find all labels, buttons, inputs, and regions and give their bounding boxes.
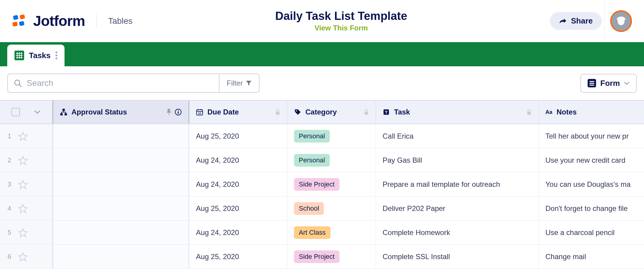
cell-category[interactable]: Side Project [287,245,376,268]
column-select [0,101,52,124]
cell-notes[interactable]: Change mail [539,245,644,268]
cell-notes[interactable]: Tell her about your new pr [539,124,644,148]
hierarchy-icon [60,108,67,116]
cell-due-date[interactable]: Aug 25, 2020 [189,245,287,268]
cell-approval[interactable] [52,172,189,196]
cell-task[interactable]: Prepare a mail template for outreach [376,172,539,196]
category-pill: Side Project [294,178,339,191]
row-number: 5 [7,229,12,237]
tab-menu-icon[interactable] [55,52,57,59]
form-view-button[interactable]: Form [580,74,637,93]
tabs-bar: Tasks [0,42,644,66]
search-icon [14,79,22,87]
grid-icon [14,51,24,60]
product-name: Tables [108,16,133,26]
cell-notes[interactable]: Use a charcoal pencil [539,221,644,244]
column-approval-status[interactable]: Approval Status [52,101,189,124]
svg-rect-17 [178,111,179,114]
select-all-checkbox[interactable] [11,108,20,116]
share-button[interactable]: Share [550,12,602,30]
cell-due-date[interactable]: Aug 24, 2020 [189,148,287,172]
cell-due-date[interactable]: Aug 24, 2020 [189,172,287,196]
svg-point-24 [296,110,297,111]
avatar-icon [614,14,629,29]
column-notes[interactable]: Aa Notes [539,101,644,124]
chevron-down-icon[interactable] [34,110,41,114]
svg-point-16 [178,110,179,111]
cell-notes[interactable]: Use your new credit card [539,148,644,172]
table-row[interactable]: 6Aug 25, 2020Side ProjectComplete SSL In… [0,245,644,269]
tab-tasks[interactable]: Tasks [7,45,65,66]
cell-category[interactable]: Art Class [287,221,376,244]
filter-button[interactable]: Filter [219,74,259,92]
star-icon[interactable] [18,252,28,262]
cell-due-date[interactable]: Aug 25, 2020 [189,196,287,220]
divider [96,14,97,28]
svg-rect-13 [60,113,63,115]
header: Jotform Tables Daily Task List Template … [0,0,644,42]
cell-task[interactable]: Call Erica [376,124,539,148]
column-category[interactable]: Category [287,101,376,124]
cell-task[interactable]: Deliver P202 Paper [376,196,539,220]
table-body: 1Aug 25, 2020PersonalCall EricaTell her … [0,124,644,269]
avatar[interactable] [610,10,632,32]
share-label: Share [571,16,593,26]
table-row[interactable]: 2Aug 24, 2020PersonalPay Gas BillUse you… [0,148,644,172]
cell-approval[interactable] [52,148,189,172]
lock-icon [275,109,280,115]
category-pill: Personal [294,130,330,143]
column-task[interactable]: T Task [376,101,539,124]
table-row[interactable]: 3Aug 24, 2020Side ProjectPrepare a mail … [0,172,644,196]
cell-category[interactable]: School [287,196,376,220]
cell-task[interactable]: Complete Homework [376,221,539,244]
star-icon[interactable] [18,131,28,141]
svg-rect-23 [276,112,279,115]
cell-approval[interactable] [52,124,189,148]
filter-label: Filter [227,79,243,87]
row-select: 3 [0,172,52,196]
table: Approval Status 10 Due Date Category T T… [0,100,644,269]
table-row[interactable]: 4Aug 25, 2020SchoolDeliver P202 PaperDon… [0,196,644,221]
table-row[interactable]: 1Aug 25, 2020PersonalCall EricaTell her … [0,124,644,148]
star-icon[interactable] [18,228,28,237]
search-input[interactable] [27,78,213,88]
page-title: Daily Task List Template [133,10,550,23]
filter-icon [246,80,252,86]
star-icon[interactable] [18,180,28,189]
cell-approval[interactable] [52,245,189,268]
view-form-link[interactable]: View This Form [314,24,368,32]
svg-rect-28 [527,112,531,115]
cell-category[interactable]: Personal [287,148,376,172]
row-select: 5 [0,221,52,244]
cell-due-date[interactable]: Aug 25, 2020 [189,124,287,148]
svg-rect-14 [65,113,67,115]
svg-rect-12 [62,109,65,111]
cell-task[interactable]: Pay Gas Bill [376,148,539,172]
row-number: 3 [7,180,12,188]
text-icon: T [383,108,390,116]
column-label: Task [394,108,410,116]
column-label: Approval Status [71,108,127,116]
lock-icon [364,109,369,115]
column-label: Notes [557,108,577,116]
column-label: Due Date [207,108,239,116]
cell-notes[interactable]: Don't forget to change file [539,196,644,220]
cell-approval[interactable] [52,196,189,220]
column-label: Category [305,108,337,116]
cell-approval[interactable] [52,221,189,244]
info-icon [175,108,182,116]
search-box [8,74,219,92]
column-due-date[interactable]: 10 Due Date [189,101,287,124]
cell-category[interactable]: Side Project [287,172,376,196]
cell-due-date[interactable]: Aug 24, 2020 [189,221,287,244]
table-row[interactable]: 5Aug 24, 2020Art ClassComplete HomeworkU… [0,221,644,245]
text-type-icon: Aa [545,109,552,115]
lock-icon [526,109,532,115]
star-icon[interactable] [18,155,28,165]
brand-name: Jotform [33,13,85,29]
cell-category[interactable]: Personal [287,124,376,148]
cell-notes[interactable]: You can use Douglas's ma [539,172,644,196]
cell-task[interactable]: Complete SSL Install [376,245,539,268]
row-number: 6 [7,253,12,261]
star-icon[interactable] [18,204,28,213]
